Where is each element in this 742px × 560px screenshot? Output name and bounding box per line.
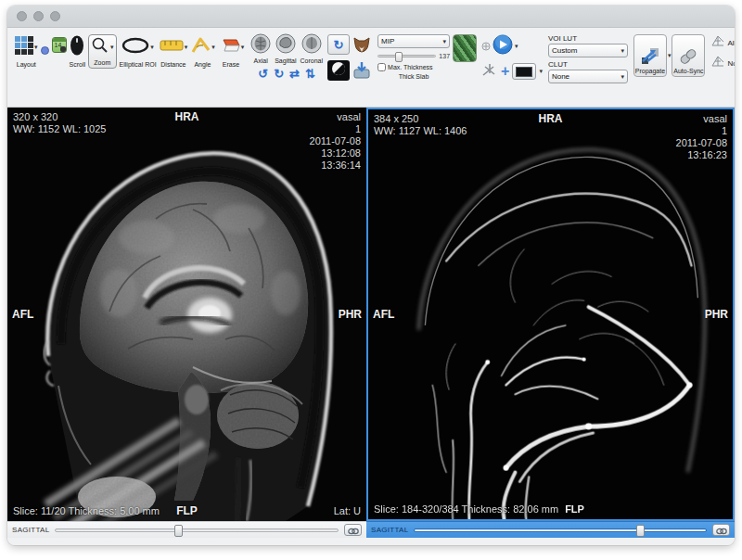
- rotate-right-icon[interactable]: ↻: [274, 67, 284, 81]
- right-slice-slider-thumb[interactable]: [636, 525, 645, 537]
- thick-slab-slider[interactable]: [377, 55, 436, 57]
- zoom-tool-button[interactable]: ▾ Zoom: [88, 34, 117, 69]
- export-button[interactable]: [352, 60, 372, 84]
- left-viewport[interactable]: 320 x 320 WW: 1152 WL: 1025 HRA vasal 1 …: [7, 108, 366, 521]
- axes-icon: [710, 34, 725, 51]
- left-date: 2011-07-08: [310, 135, 361, 147]
- play-button[interactable]: [493, 34, 513, 58]
- right-window-level: WW: 1127 WL: 1406: [374, 125, 467, 137]
- chevron-down-icon[interactable]: ▾: [515, 43, 518, 50]
- chevron-down-icon[interactable]: ▾: [150, 44, 154, 51]
- axial-label: Axial: [254, 57, 268, 65]
- chevron-down-icon[interactable]: ▾: [211, 44, 215, 51]
- monitor-button[interactable]: [512, 63, 536, 80]
- chevron-down-icon[interactable]: ▾: [34, 44, 38, 51]
- chevron-down-icon: ▾: [620, 47, 624, 55]
- propagate-label: Propagate: [635, 68, 665, 74]
- coronal-label: Coronal: [301, 57, 324, 65]
- point-select-icon[interactable]: [481, 62, 498, 81]
- flip-horizontal-icon[interactable]: ⇄: [289, 67, 300, 81]
- layout-button[interactable]: ▾ Layout: [15, 34, 38, 69]
- minimize-button[interactable]: [33, 11, 44, 21]
- elliptical-roi-button[interactable]: ▾ Elliptical ROI: [120, 34, 157, 69]
- right-orientation-right: PHR: [705, 309, 728, 321]
- lock-icon: [60, 46, 66, 52]
- sagittal-brain-icon: [275, 33, 296, 57]
- target-icon[interactable]: [481, 38, 491, 55]
- scroll-tool-button[interactable]: Scroll: [70, 34, 86, 69]
- rotate-view-button[interactable]: ↻: [327, 34, 350, 55]
- voi-lut-select[interactable]: Custom ▾: [548, 44, 628, 57]
- propagate-button[interactable]: Propagate: [633, 34, 667, 77]
- chevron-down-icon[interactable]: ▾: [668, 52, 672, 59]
- left-sync-button[interactable]: [344, 524, 362, 536]
- left-image-info: 320 x 320 WW: 1152 WL: 1025: [13, 111, 106, 135]
- close-button[interactable]: [17, 11, 27, 21]
- scroll-label: Scroll: [70, 60, 86, 69]
- chevron-down-icon: ▾: [620, 73, 624, 81]
- right-time-1: 13:16:23: [676, 149, 727, 161]
- dicom-viewer-window: ▾ Layout 14 Scroll ▾ Zoom: [7, 6, 735, 545]
- right-slice-line: Slice: 184-320/384 Thickness: 82.06 mmFL…: [374, 503, 584, 515]
- left-series-name: vasal: [310, 111, 361, 123]
- left-slice-info: Slice: 11/20 Thickness: 5.00 mm: [13, 505, 160, 517]
- left-time-2: 13:36:14: [310, 159, 361, 172]
- axial-button[interactable]: Axial: [250, 34, 271, 65]
- invert-icon: [331, 61, 346, 80]
- right-series-info: vasal 1 2011-07-08 13:16:23: [676, 113, 727, 161]
- voi-lut-label: VOI LUT: [548, 34, 628, 44]
- auto-sync-button[interactable]: Auto-Sync: [672, 34, 705, 77]
- mouse-icon: [70, 35, 84, 59]
- sagittal-button[interactable]: Sagittal: [275, 34, 296, 65]
- right-slice-slider[interactable]: [414, 528, 707, 532]
- chevron-down-icon[interactable]: ▾: [185, 44, 188, 51]
- projection-mode-select[interactable]: MIP ▾: [377, 34, 450, 48]
- clut-select[interactable]: None ▾: [548, 70, 628, 83]
- rotate-left-icon[interactable]: ↺: [258, 67, 268, 81]
- sync-all-button[interactable]: All: [710, 34, 735, 51]
- clut-label: CLUT: [548, 60, 628, 70]
- right-slice-info: Slice: 184-320/384 Thickness: 82.06 mm: [374, 503, 558, 515]
- axes-icon: [710, 55, 725, 71]
- zoom-label: Zoom: [94, 58, 110, 67]
- coronal-button[interactable]: Coronal: [301, 34, 324, 65]
- layout-grid-icon: [15, 36, 33, 58]
- flip-vertical-icon[interactable]: ⇅: [305, 67, 315, 81]
- projection-mode-value: MIP: [381, 37, 394, 45]
- protractor-icon: [190, 37, 211, 57]
- thick-slab-slider-thumb[interactable]: [395, 52, 403, 62]
- chevron-down-icon[interactable]: ▾: [110, 44, 114, 51]
- distance-label: Distance: [160, 60, 186, 69]
- info-badge[interactable]: [41, 42, 49, 58]
- right-slider-label: SAGITTAL: [371, 526, 408, 534]
- left-slice-slider[interactable]: [55, 528, 339, 532]
- chevron-down-icon[interactable]: ▾: [241, 44, 245, 51]
- sync-all-label: All: [727, 39, 735, 47]
- distance-tool-button[interactable]: ▾ Distance: [160, 34, 188, 69]
- left-slice-slider-thumb[interactable]: [174, 525, 183, 537]
- layout-label: Layout: [17, 60, 36, 69]
- max-thickness-checkbox[interactable]: [377, 63, 386, 71]
- max-thickness-label: Max. Thickness: [388, 64, 433, 70]
- clut-preview-button[interactable]: [453, 34, 477, 62]
- right-resolution: 384 x 250: [374, 113, 467, 125]
- monitor-icon: [516, 67, 532, 77]
- angle-tool-button[interactable]: ▾ Angle: [190, 34, 215, 69]
- sync-none-button[interactable]: None: [710, 55, 735, 71]
- chevron-down-icon[interactable]: ▾: [539, 68, 543, 75]
- crosshair-plus-icon[interactable]: +: [501, 65, 509, 78]
- right-image-number: 1: [676, 125, 727, 137]
- clut-value: None: [552, 72, 569, 81]
- chain-link-icon: [716, 522, 727, 539]
- database-calendar-button[interactable]: 14: [52, 37, 67, 53]
- left-slice-slider-row: SAGITTAL: [7, 521, 366, 538]
- right-viewport[interactable]: 384 x 250 WW: 1127 WL: 1406 HRA vasal 1 …: [366, 108, 735, 521]
- voi-lut-value: Custom: [552, 46, 578, 55]
- right-sync-button[interactable]: [712, 524, 730, 536]
- volume-render-button[interactable]: [352, 34, 372, 58]
- erase-tool-button[interactable]: ▾ Erase: [218, 34, 245, 69]
- right-date: 2011-07-08: [676, 137, 727, 149]
- right-orientation-bottom: FLP: [565, 503, 584, 515]
- invert-contrast-button[interactable]: [327, 60, 350, 81]
- maximize-button[interactable]: [50, 11, 60, 21]
